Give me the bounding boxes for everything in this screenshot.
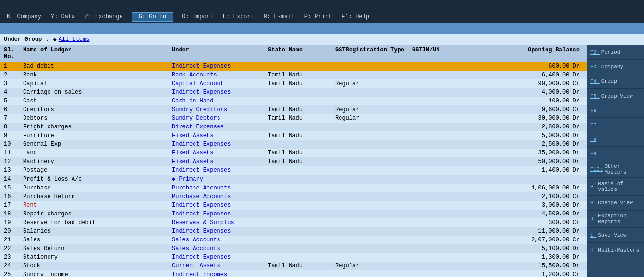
- cell-under: Indirect Expenses: [172, 211, 268, 217]
- table-row[interactable]: 9 Furniture Fixed Assets Tamil Nadu 5,00…: [0, 131, 587, 140]
- cell-name: Repair charges: [23, 211, 172, 217]
- table-row[interactable]: 20 Salaries Indirect Expenses 11,000.00 …: [0, 227, 587, 236]
- menu-company[interactable]: K: Company: [2, 13, 46, 21]
- panel-btn-key: F5:: [590, 93, 600, 99]
- cell-no: 23: [4, 254, 23, 261]
- menu-print[interactable]: P: Print: [300, 13, 337, 21]
- panel-btn-l-save-view[interactable]: L:Save View: [587, 228, 644, 242]
- panel-btn-f10-other-masters[interactable]: F10:Other Masters: [587, 161, 644, 178]
- col-header-under: Under: [172, 47, 268, 60]
- table-row[interactable]: 11 Land Fixed Assets Tamil Nadu 35,000.0…: [0, 149, 587, 157]
- cell-name: Reserve for bad debit: [23, 219, 172, 226]
- table-row[interactable]: 4 Carriage on sales Indirect Expenses 4,…: [0, 88, 587, 97]
- table-row[interactable]: 23 Stationery Indirect Expenses 1,300.00…: [0, 253, 587, 262]
- cell-name: Purchase: [23, 185, 172, 191]
- right-panel: F2:PeriodF3:CompanyF4:GroupF5:Group View…: [587, 45, 644, 277]
- cell-state: Tamil Nadu: [268, 150, 335, 156]
- cell-under: Cash-in-Hand: [172, 98, 268, 104]
- panel-btn-key: F4:: [590, 78, 600, 84]
- under-group-bar: Under Group : ◆ All Items: [0, 34, 644, 45]
- table-header: Sl. No. Name of Ledger Under State Name …: [0, 45, 587, 62]
- table-row[interactable]: 7 Debtors Sundry Debtors Tamil Nadu Regu…: [0, 114, 587, 123]
- table-row[interactable]: 12 Machinery Fixed Assets Tamil Nadu 50,…: [0, 157, 587, 166]
- panel-btn-key: L:: [590, 232, 596, 238]
- cell-gst-type: Regular: [335, 263, 412, 269]
- cell-under: ◆ Primary: [172, 176, 268, 183]
- panel-btn-f9-empty[interactable]: F9: [587, 147, 644, 161]
- panel-btn-j-exception-reports[interactable]: J:ExceptionReports: [587, 211, 644, 227]
- table-row[interactable]: 19 Reserve for bad debit Reserves & Surp…: [0, 218, 587, 227]
- panel-btn-f8-empty[interactable]: F8: [587, 132, 644, 147]
- panel-btn-b-basis-of-values[interactable]: B:Basis of Values: [587, 178, 644, 195]
- table-row[interactable]: 8 Fright charges Direct Expenses 2,800.0…: [0, 123, 587, 131]
- panel-btn-key: J:: [590, 216, 596, 222]
- panel-btn-label: Save View: [598, 232, 626, 238]
- table-row[interactable]: 21 Sales Sales Accounts 2,07,000.00 Cr: [0, 236, 587, 244]
- cell-no: 22: [4, 245, 23, 252]
- cell-under: Purchase Accounts: [172, 185, 268, 191]
- cell-under: Sales Accounts: [172, 237, 268, 243]
- table-row[interactable]: 16 Purchase Return Purchase Accounts 2,1…: [0, 192, 587, 201]
- cell-balance: 30,000.00 Dr: [470, 115, 583, 122]
- menu-export[interactable]: E: Export: [218, 13, 259, 21]
- cell-balance: 300.00 Cr: [470, 219, 583, 226]
- panel-btn-h-multi-masters[interactable]: H:Multi-Masters: [587, 243, 644, 257]
- cell-no: 25: [4, 271, 23, 277]
- table-row[interactable]: 24 Stock Current Assets Tamil Nadu Regul…: [0, 262, 587, 270]
- cell-under: Indirect Incomes: [172, 271, 268, 277]
- panel-btn-f2-period[interactable]: F2:Period: [587, 45, 644, 60]
- cell-under: Sundry Creditors: [172, 106, 268, 113]
- table-row[interactable]: 2 Bank Bank Accounts Tamil Nadu 6,400.00…: [0, 71, 587, 79]
- cell-no: 7: [4, 115, 23, 122]
- panel-btn-key: F3:: [590, 64, 600, 70]
- table-row[interactable]: 25 Sundry income Indirect Incomes 1,200.…: [0, 270, 587, 277]
- cell-name: Creditors: [23, 106, 172, 113]
- col-header-balance: Opening Balance: [470, 47, 583, 60]
- col-header-name: Name of Ledger: [23, 47, 172, 60]
- table-row[interactable]: 3 Capital Capital Account Tamil Nadu Reg…: [0, 79, 587, 88]
- menu-exchange[interactable]: Z: Exchange: [80, 13, 127, 21]
- table-row[interactable]: 14 Profit & Loss A/c ◆ Primary: [0, 175, 587, 184]
- table-row[interactable]: 18 Repair charges Indirect Expenses 4,50…: [0, 210, 587, 218]
- menu-email[interactable]: M: E-mail: [259, 13, 300, 21]
- cell-under: Direct Expenses: [172, 124, 268, 130]
- cell-name: Sales: [23, 237, 172, 243]
- menu-help[interactable]: F1: Help: [337, 13, 374, 21]
- table-row[interactable]: 17 Rent Indirect Expenses 3,000.00 Dr: [0, 201, 587, 210]
- table-row[interactable]: 1 Bad debit Indirect Expenses 600.00 Dr: [0, 62, 587, 71]
- menu-import[interactable]: O: Import: [177, 13, 218, 21]
- panel-btn-f5-group-view[interactable]: F5:Group View: [587, 89, 644, 103]
- cell-no: 17: [4, 202, 23, 209]
- cell-balance: 35,000.00 Dr: [470, 150, 583, 156]
- table-row[interactable]: 10 General Exp Indirect Expenses 2,500.0…: [0, 140, 587, 149]
- cell-no: 6: [4, 106, 23, 113]
- cell-no: 5: [4, 98, 23, 104]
- table-row[interactable]: 6 Creditors Sundry Creditors Tamil Nadu …: [0, 105, 587, 114]
- cell-balance: 1,06,000.00 Dr: [470, 185, 583, 191]
- cell-state: Tamil Nadu: [268, 158, 335, 165]
- menu-data[interactable]: Y: Data: [46, 13, 80, 21]
- panel-btn-key: F8: [590, 137, 596, 142]
- cell-under: Capital Account: [172, 80, 268, 87]
- menu-goto[interactable]: G: Go To: [132, 12, 174, 22]
- panel-btn-f3-company[interactable]: F3:Company: [587, 60, 644, 74]
- table-row[interactable]: 5 Cash Cash-in-Hand 100.00 Dr: [0, 97, 587, 105]
- cell-balance: 3,000.00 Dr: [470, 202, 583, 209]
- cell-balance: 9,600.00 Cr: [470, 106, 583, 113]
- table-row[interactable]: 22 Sales Return Sales Accounts 5,100.00 …: [0, 244, 587, 253]
- table-row[interactable]: 13 Postage Indirect Expenses 1,400.00 Dr: [0, 166, 587, 175]
- cell-name: Stationery: [23, 254, 172, 261]
- cell-name: Land: [23, 150, 172, 156]
- cell-gst-type: Regular: [335, 80, 412, 87]
- panel-btn-f6-empty[interactable]: F6: [587, 103, 644, 118]
- panel-btn-h-change-view[interactable]: H:Change View: [587, 196, 644, 210]
- cell-name: Carriage on sales: [23, 89, 172, 96]
- cell-state: Tamil Nadu: [268, 263, 335, 269]
- under-group-value[interactable]: All Items: [59, 36, 90, 43]
- cell-under: Fixed Assets: [172, 150, 268, 156]
- table-row[interactable]: 15 Purchase Purchase Accounts 1,06,000.0…: [0, 184, 587, 192]
- panel-btn-f7-empty[interactable]: F7: [587, 118, 644, 132]
- sub-header: [0, 23, 644, 34]
- panel-btn-f4-group[interactable]: F4:Group: [587, 74, 644, 88]
- cell-under: Indirect Expenses: [172, 167, 268, 174]
